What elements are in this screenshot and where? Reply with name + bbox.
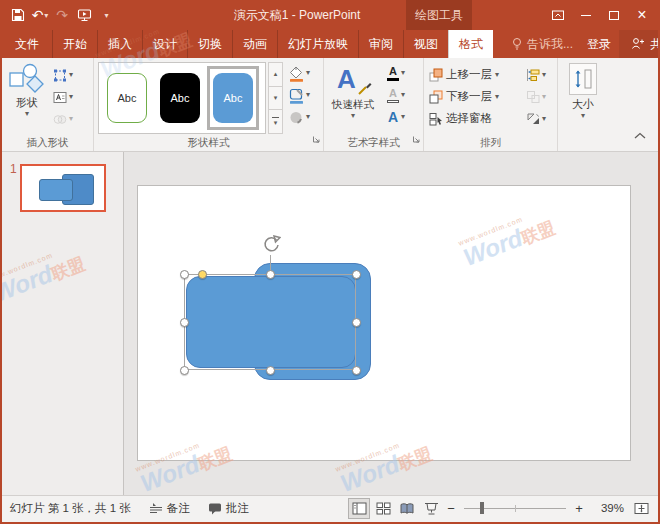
- fit-to-window-button[interactable]: [630, 498, 652, 519]
- normal-view-button[interactable]: [348, 498, 370, 519]
- brush-icon: [357, 80, 373, 96]
- powerpoint-window: ↶▾ ↷ ▾ 演示文稿1 - PowerPoint 绘图工具 × 文件 开始: [0, 0, 660, 524]
- collapse-ribbon-chevron-icon: [634, 132, 646, 139]
- resize-handle-bottom-left[interactable]: [180, 366, 189, 375]
- shapes-button[interactable]: 形状 ▾: [6, 63, 48, 118]
- shape-effects-button[interactable]: ▾: [288, 106, 310, 128]
- adjust-handle-yellow[interactable]: [198, 270, 207, 279]
- group-size: 大小 ▾: [558, 58, 608, 151]
- gallery-more-button[interactable]: ▾: [268, 110, 283, 134]
- merge-shapes-button[interactable]: ▾: [52, 108, 73, 130]
- save-button[interactable]: [8, 2, 28, 28]
- resize-handle-middle-left[interactable]: [180, 318, 189, 327]
- shape-style-option-1[interactable]: Abc: [101, 66, 153, 130]
- slide-1-thumbnail[interactable]: [20, 164, 106, 212]
- zoom-in-icon: +: [575, 501, 583, 516]
- send-backward-icon: [429, 90, 443, 104]
- share-button[interactable]: 共享: [619, 30, 660, 58]
- status-bar: 幻灯片 第 1 张，共 1 张 备注 批注 −: [2, 495, 658, 522]
- tab-transitions[interactable]: 切换: [187, 30, 232, 58]
- text-fill-caret-icon: ▾: [401, 69, 405, 77]
- slideshow-view-button[interactable]: [420, 498, 442, 519]
- text-effects-button[interactable]: A ▾: [386, 106, 405, 128]
- group-label-shape-styles: 形状样式: [94, 136, 323, 150]
- start-slideshow-button[interactable]: [74, 2, 94, 28]
- window-title: 演示文稿1 - PowerPoint: [202, 0, 392, 30]
- lightbulb-icon: [511, 37, 523, 51]
- tab-home[interactable]: 开始: [52, 30, 97, 58]
- reading-view-button[interactable]: [396, 498, 418, 519]
- edit-shape-button[interactable]: ▾: [52, 64, 73, 86]
- zoom-slider[interactable]: [464, 501, 566, 515]
- ribbon-display-options-button[interactable]: [544, 0, 572, 30]
- selection-pane-button[interactable]: 选择窗格: [429, 108, 499, 129]
- ribbon-spacer: [608, 58, 658, 151]
- gallery-scroll-up-button[interactable]: ▴: [268, 62, 283, 87]
- main-content: 1: [2, 152, 658, 495]
- ribbon-tab-row: 文件 开始 插入 设计 切换 动画 幻灯片放映 审阅 视图 格式 告诉我... …: [2, 30, 658, 58]
- tab-animations[interactable]: 动画: [232, 30, 277, 58]
- shape-outline-caret-icon: ▾: [306, 91, 310, 99]
- shape-outline-button[interactable]: ▾: [288, 84, 310, 106]
- tab-insert[interactable]: 插入: [97, 30, 142, 58]
- comments-icon: [208, 502, 222, 515]
- size-caret-icon: ▾: [581, 112, 585, 120]
- tab-file[interactable]: 文件: [2, 30, 52, 58]
- undo-button[interactable]: ↶▾: [30, 2, 50, 28]
- resize-handle-top-middle[interactable]: [266, 270, 275, 279]
- rotate-button[interactable]: ▾: [526, 108, 546, 129]
- zoom-in-button[interactable]: +: [572, 501, 586, 516]
- resize-handle-middle-right[interactable]: [352, 318, 361, 327]
- zoom-out-button[interactable]: −: [444, 501, 458, 516]
- group-insert-shapes: 形状 ▾ ▾ ▾ ▾ 插入形状: [2, 58, 94, 151]
- rotation-handle[interactable]: [261, 235, 281, 255]
- tab-review[interactable]: 审阅: [358, 30, 403, 58]
- text-box-icon: [52, 90, 68, 105]
- tab-slideshow[interactable]: 幻灯片放映: [277, 30, 358, 58]
- close-button[interactable]: ×: [628, 0, 656, 30]
- tab-view[interactable]: 视图: [403, 30, 448, 58]
- minimize-button[interactable]: [572, 0, 600, 30]
- maximize-icon: [609, 11, 619, 20]
- customize-qat-button[interactable]: ▾: [96, 2, 116, 28]
- tab-design[interactable]: 设计: [142, 30, 187, 58]
- gallery-scroll-down-button[interactable]: ▾: [268, 87, 283, 111]
- slideshow-icon: [77, 8, 92, 22]
- text-fill-button[interactable]: A ▾: [386, 62, 405, 84]
- zoom-level[interactable]: 39%: [592, 502, 624, 514]
- resize-handle-top-left[interactable]: [180, 270, 189, 279]
- resize-handle-bottom-middle[interactable]: [266, 366, 275, 375]
- share-person-icon: [631, 37, 645, 51]
- send-backward-button[interactable]: 下移一层 ▾: [429, 86, 499, 107]
- shape-style-option-3-selected[interactable]: Abc: [207, 66, 259, 130]
- slide-canvas: [124, 152, 658, 495]
- text-box-button[interactable]: ▾: [52, 86, 73, 108]
- bring-forward-button[interactable]: 上移一层 ▾: [429, 64, 499, 85]
- shape-fill-button[interactable]: ▾: [288, 62, 310, 84]
- group-objects-button[interactable]: ▾: [526, 86, 546, 107]
- shapes-caret-icon: ▾: [25, 110, 29, 118]
- shape-effects-caret-icon: ▾: [306, 113, 310, 121]
- shape-style-option-2[interactable]: Abc: [154, 66, 206, 130]
- slide-sorter-view-button[interactable]: [372, 498, 394, 519]
- zoom-slider-thumb[interactable]: [480, 502, 484, 514]
- shape-outline-icon: [288, 87, 305, 104]
- align-button[interactable]: ▾: [526, 64, 546, 85]
- quick-styles-button[interactable]: A 快速样式 ▾: [328, 62, 378, 120]
- redo-button[interactable]: ↷: [52, 2, 72, 28]
- resize-handle-top-right[interactable]: [352, 270, 361, 279]
- size-button[interactable]: 大小 ▾: [563, 63, 603, 120]
- slide-thumbnail-panel: 1: [2, 152, 124, 495]
- text-outline-button[interactable]: A ▾: [386, 84, 405, 106]
- tab-format[interactable]: 格式: [448, 30, 493, 58]
- text-outline-icon: A: [386, 88, 400, 103]
- slide-editing-area[interactable]: [137, 185, 631, 461]
- tell-me-button[interactable]: 告诉我...: [505, 36, 579, 53]
- maximize-button[interactable]: [600, 0, 628, 30]
- align-icon: [526, 68, 541, 82]
- resize-handle-bottom-right[interactable]: [352, 366, 361, 375]
- collapse-ribbon-button[interactable]: [634, 125, 646, 143]
- notes-toggle-button[interactable]: 备注: [149, 501, 190, 516]
- comments-toggle-button[interactable]: 批注: [208, 501, 249, 516]
- sign-in-button[interactable]: 登录: [579, 36, 619, 53]
